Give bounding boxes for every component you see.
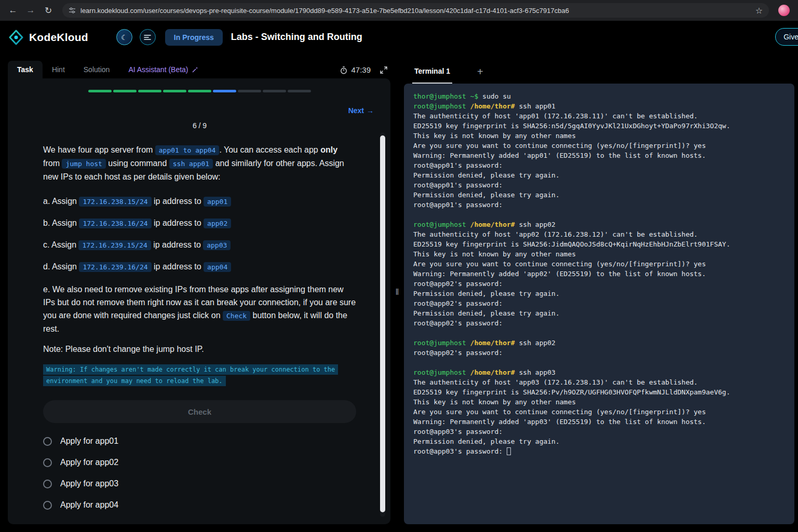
- task-note: Note: Please don't change the jump host …: [43, 343, 356, 356]
- expand-icon[interactable]: [380, 66, 387, 74]
- terminal-text: ED25519 key fingerprint is SHA256:n5d/5g…: [413, 122, 730, 130]
- address-bar[interactable]: learn.kodekloud.com/user/courses/devops-…: [62, 3, 769, 18]
- terminal-text: root@app03's password:: [413, 428, 507, 435]
- assignment-prefix: b. Assign: [43, 219, 79, 227]
- terminal-line: ED25519 key fingerprint is SHA256:JidmQA…: [413, 239, 785, 249]
- radio-icon[interactable]: [43, 480, 52, 488]
- kodekloud-logo[interactable]: KodeKloud: [8, 30, 88, 45]
- progress-segment: [213, 90, 236, 92]
- apply-option-label: Apply for app02: [60, 458, 118, 467]
- terminal-line: Warning: Permanently added 'app01' (ED25…: [413, 151, 785, 160]
- text-segment: using command: [106, 159, 169, 168]
- check-button[interactable]: Check: [43, 400, 356, 423]
- give-feedback-button[interactable]: Give: [775, 28, 798, 46]
- terminal-text: root@app02's password:: [413, 299, 507, 307]
- refresh-icon[interactable]: ↻: [40, 3, 56, 18]
- forward-icon[interactable]: →: [23, 3, 38, 18]
- terminal-text: ssh app02: [515, 339, 556, 347]
- progress-segment: [163, 90, 186, 92]
- terminal-line: root@jumphost /home/thor# ssh app02: [413, 220, 785, 229]
- progress-segment: [188, 90, 211, 92]
- text-segment: . You can access each app: [219, 145, 320, 154]
- apply-options: Apply for app01Apply for app02Apply for …: [43, 436, 356, 510]
- terminal-text: /home/thor#: [466, 221, 515, 228]
- task-panel: TaskHintSolutionAI Assistant (Beta) 47:3…: [8, 60, 390, 524]
- terminal-line: root@app01's password:: [413, 180, 785, 190]
- apply-option[interactable]: Apply for app02: [43, 458, 356, 467]
- ip-code: 172.16.238.15/24: [79, 197, 151, 207]
- terminal-text: Permission denied, please try again.: [413, 171, 560, 179]
- terminal-text: Are you sure you want to continue connec…: [413, 260, 706, 268]
- ip-code: 172.16.238.16/24: [79, 219, 151, 228]
- terminal-line: Permission denied, please try again.: [413, 190, 785, 200]
- dark-mode-toggle[interactable]: ☾: [116, 29, 132, 45]
- tab-hint[interactable]: Hint: [43, 61, 74, 78]
- apply-option[interactable]: Apply for app01: [43, 436, 356, 446]
- terminal-line: thor@jumphost ~$ sudo su: [413, 91, 785, 101]
- tab-task[interactable]: Task: [8, 61, 43, 78]
- terminal-line: Permission denied, please try again.: [413, 308, 785, 318]
- terminal-line: This key is not known by any other names: [413, 131, 785, 141]
- terminal-line: root@app02's password:: [413, 318, 785, 328]
- terminal-tab-1[interactable]: Terminal 1: [412, 60, 452, 84]
- terminal-text: sudo su: [478, 92, 511, 100]
- inline-code: ssh app01: [169, 159, 213, 169]
- inline-code: app01 to app04: [155, 145, 220, 155]
- assignment-prefix: c. Assign: [43, 240, 78, 249]
- terminal-line: The authenticity of host 'app03 (172.16.…: [413, 377, 785, 387]
- terminal-text: root@app02's password:: [413, 280, 507, 288]
- apply-option[interactable]: Apply for app03: [43, 479, 356, 488]
- terminal-line: root@jumphost /home/thor# ssh app01: [413, 101, 785, 111]
- bookmark-star-icon[interactable]: ☆: [755, 6, 763, 16]
- back-icon[interactable]: ←: [5, 3, 21, 18]
- terminal-text: Warning: Permanently added 'app03' (ED25…: [413, 418, 706, 426]
- kodekloud-logo-icon: [8, 30, 24, 45]
- assignment-row: d. Assign 172.16.239.16/24 ip address to…: [43, 260, 356, 274]
- terminal-tab-label: Terminal 1: [414, 67, 450, 75]
- terminal-text: root@jumphost: [413, 369, 466, 376]
- profile-avatar[interactable]: [778, 5, 790, 16]
- terminal-line: The authenticity of host 'app01 (172.16.…: [413, 111, 785, 121]
- terminal-text: Warning: Permanently added 'app01' (ED25…: [413, 152, 706, 159]
- next-arrow-icon: →: [367, 106, 374, 115]
- terminal-line: Are you sure you want to continue connec…: [413, 407, 785, 417]
- radio-icon[interactable]: [43, 437, 52, 446]
- terminal-text: ssh app01: [515, 102, 556, 110]
- terminal-output[interactable]: thor@jumphost ~$ sudo suroot@jumphost /h…: [404, 84, 794, 524]
- terminal-text: ED25519 key fingerprint is SHA256:JidmQA…: [413, 240, 730, 248]
- course-outline-button[interactable]: [140, 29, 156, 45]
- radio-icon[interactable]: [43, 501, 52, 510]
- task-scrollbar-thumb[interactable]: [380, 135, 385, 512]
- terminal-text: thor@jumphost ~$: [413, 92, 478, 100]
- new-terminal-button[interactable]: +: [477, 60, 483, 84]
- terminal-line: Are you sure you want to continue connec…: [413, 259, 785, 269]
- terminal-line: [413, 358, 785, 367]
- apply-option-label: Apply for app03: [60, 479, 118, 488]
- app-header: KodeKloud ☾ In Progress Labs - Switching…: [0, 21, 798, 53]
- terminal-line: Warning: Permanently added 'app02' (ED25…: [413, 269, 785, 279]
- terminal-line: ED25519 key fingerprint is SHA256:n5d/5g…: [413, 121, 785, 131]
- terminal-text: The authenticity of host 'app03 (172.16.…: [413, 378, 698, 386]
- apply-option[interactable]: Apply for app04: [43, 500, 356, 510]
- terminal-text: /home/thor#: [466, 369, 515, 376]
- terminal-cursor: [507, 447, 511, 455]
- assignment-list: a. Assign 172.16.238.15/24 ip address to…: [43, 195, 356, 274]
- progress-bar: [88, 90, 311, 92]
- url-text[interactable]: learn.kodekloud.com/user/courses/devops-…: [80, 7, 751, 15]
- timer-value: 47:39: [351, 65, 371, 74]
- radio-icon[interactable]: [43, 458, 52, 467]
- apply-option-label: Apply for app01: [60, 436, 118, 446]
- tab-solution[interactable]: Solution: [74, 61, 119, 78]
- browser-toolbar: ← → ↻ learn.kodekloud.com/user/courses/d…: [0, 0, 798, 21]
- terminal-tab-row: Terminal 1 +: [404, 60, 794, 84]
- terminal-panel: Terminal 1 + thor@jumphost ~$ sudo suroo…: [404, 60, 794, 524]
- tab-ai-assistant-beta[interactable]: AI Assistant (Beta): [119, 61, 207, 78]
- main-area: TaskHintSolutionAI Assistant (Beta) 47:3…: [0, 53, 798, 532]
- assignment-row: b. Assign 172.16.238.16/24 ip address to…: [43, 216, 356, 230]
- tune-icon[interactable]: [69, 7, 76, 14]
- panel-resize-handle[interactable]: ‖: [390, 60, 404, 524]
- terminal-line: root@app03's password:: [413, 427, 785, 436]
- next-step-link[interactable]: Next →: [348, 106, 374, 115]
- terminal-text: Are you sure you want to continue connec…: [413, 142, 706, 149]
- progress-segment: [238, 90, 261, 92]
